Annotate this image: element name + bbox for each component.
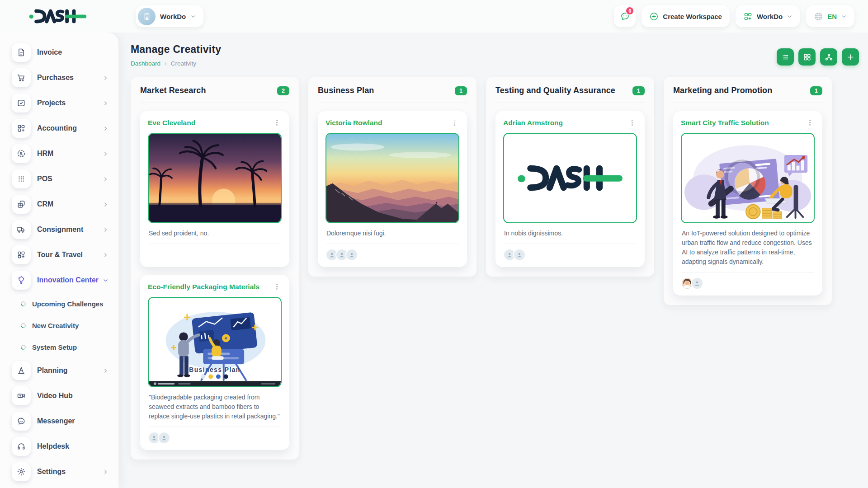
dots-vertical-icon	[628, 119, 636, 127]
view-toolbar	[777, 48, 859, 66]
card-assignees	[148, 248, 282, 261]
avatar-placeholder	[691, 277, 703, 290]
card-assignees	[503, 248, 637, 261]
dash-logo-icon	[29, 9, 87, 24]
main-content: Manage Creativity Dashboard › Creativity…	[118, 33, 868, 488]
column-marketing-and-promotion: Marketing and Promotion1Smart City Traff…	[664, 77, 832, 305]
sidebar-item-invoice[interactable]: Invoice	[0, 40, 118, 65]
column-title: Market Research	[140, 86, 206, 95]
user-icon	[151, 434, 158, 441]
card-menu-button[interactable]	[805, 118, 815, 127]
pos-icon	[12, 169, 31, 188]
dots-vertical-icon	[806, 119, 814, 127]
sidebar-item-projects[interactable]: Projects	[0, 90, 118, 116]
sidebar-item-messenger[interactable]: Messenger	[0, 408, 118, 434]
workflow-view-button[interactable]	[820, 48, 837, 66]
card-image-mountains-sunset	[326, 133, 459, 223]
card-image-dash-logo	[503, 133, 637, 223]
user-icon	[516, 251, 523, 258]
kanban-board: Market Research2Eve Cleveland Sed sed pr…	[131, 77, 859, 460]
sidebar-item-consignment[interactable]: Consignment	[0, 217, 118, 242]
sidebar-item-settings[interactable]: Settings	[0, 459, 118, 484]
column-testing-and-quality-assurance: Testing and Quality Assurance1Adrian Arm…	[486, 77, 654, 277]
hierarchy-icon	[825, 53, 833, 61]
sidebar-item-pos[interactable]: POS	[0, 166, 118, 192]
card-image-smart-city-illustration	[681, 133, 815, 223]
card-assignees	[148, 431, 282, 444]
settings-icon	[12, 462, 31, 481]
chevron-right-icon	[103, 100, 108, 106]
workspace-switcher-label: WorkDo	[160, 13, 186, 20]
breadcrumb-dashboard-link[interactable]: Dashboard	[131, 60, 160, 67]
column-business-plan: Business Plan1Victoria Rowland Doloremqu…	[308, 77, 476, 277]
language-selector[interactable]: EN	[806, 5, 854, 27]
grid-plus-icon	[743, 12, 753, 21]
consignment-icon	[12, 220, 31, 239]
card-menu-button[interactable]	[272, 118, 282, 127]
chevron-down-icon	[190, 14, 196, 19]
dots-vertical-icon	[451, 119, 458, 127]
topbar-actions: 0 Create Workspace WorkDo EN	[614, 5, 854, 27]
sidebar-item-innovation-center[interactable]: Innovation Center	[0, 267, 118, 293]
chevron-right-icon	[103, 469, 108, 475]
sidebar-item-helpdesk[interactable]: Helpdesk	[0, 434, 118, 459]
crm-icon	[12, 195, 31, 214]
card-adrian-armstrong[interactable]: Adrian ArmstrongIn nobis dignissimos.	[495, 111, 645, 267]
top-bar: WorkDo 0 Create Workspace WorkDo EN	[0, 0, 868, 33]
chevron-right-icon	[103, 202, 108, 207]
chevron-right-icon	[103, 368, 108, 374]
sidebar-item-hrm[interactable]: HRM	[0, 141, 118, 166]
avatar-placeholder	[513, 249, 526, 261]
card-menu-button[interactable]	[272, 282, 282, 291]
messages-button[interactable]: 0	[614, 5, 636, 27]
card-victoria-rowland[interactable]: Victoria Rowland Doloremque nisi fugi.	[318, 111, 467, 267]
breadcrumb: Dashboard › Creativity	[131, 60, 221, 67]
language-label: EN	[827, 13, 837, 20]
dots-vertical-icon	[273, 119, 281, 127]
video-hub-icon	[12, 386, 31, 405]
sidebar-item-tour-travel[interactable]: Tour & Travel	[0, 242, 118, 267]
user-icon	[348, 251, 355, 258]
column-title: Testing and Quality Assurance	[495, 86, 615, 95]
chevron-right-icon	[103, 126, 108, 131]
sidebar-item-planning[interactable]: Planning	[0, 358, 118, 383]
sidebar-subitem-system-setup[interactable]: System Setup	[0, 336, 118, 358]
plus-circle-icon	[649, 12, 659, 21]
card-assignees	[681, 277, 815, 290]
sidebar-subitem-upcoming-challenges[interactable]: Upcoming Challenges	[0, 293, 118, 314]
chevron-down-icon	[841, 14, 847, 19]
tour-travel-icon	[12, 245, 31, 264]
workspace-switcher[interactable]: WorkDo	[136, 5, 203, 27]
card-title: Eve Cleveland	[148, 119, 195, 127]
card-menu-button[interactable]	[627, 118, 637, 127]
messages-count-badge: 0	[625, 6, 634, 15]
workspace-menu-button[interactable]: WorkDo	[736, 5, 800, 27]
list-view-button[interactable]	[777, 48, 794, 66]
chevron-right-icon	[103, 252, 108, 258]
card-title: Adrian Armstrong	[503, 119, 563, 127]
sidebar-item-crm[interactable]: CRM	[0, 192, 118, 217]
business-plan-illustration: Business Plan	[149, 298, 281, 386]
card-eco-friendly-packaging-materials[interactable]: Eco-Friendly Packaging Materials Busines…	[140, 275, 289, 450]
column-market-research: Market Research2Eve Cleveland Sed sed pr…	[131, 77, 299, 460]
card-smart-city-traffic-solution[interactable]: Smart City Traffic Solution An IoT-power…	[673, 111, 822, 296]
add-stage-button[interactable]	[842, 48, 859, 66]
avatar-placeholder	[345, 249, 358, 261]
svg-text:Business Plan: Business Plan	[189, 366, 241, 373]
card-eve-cleveland[interactable]: Eve Cleveland Sed sed proident, no.	[140, 111, 289, 267]
list-icon	[781, 53, 790, 61]
dash-logo	[29, 9, 87, 24]
card-description: In nobis dignissimos.	[504, 229, 636, 244]
user-icon	[160, 434, 168, 441]
sidebar-subitem-new-creativity[interactable]: New Creativity	[0, 314, 118, 336]
dash-logo-image	[518, 164, 623, 192]
grid-view-button[interactable]	[798, 48, 816, 66]
sidebar-item-purchases[interactable]: Purchases	[0, 65, 118, 90]
sidebar-item-video-hub[interactable]: Video Hub	[0, 383, 118, 408]
sidebar-item-accounting[interactable]: Accounting	[0, 116, 118, 141]
innovation-icon	[12, 271, 31, 290]
card-menu-button[interactable]	[450, 118, 459, 127]
create-workspace-button[interactable]: Create Workspace	[642, 5, 730, 27]
user-icon	[506, 251, 513, 258]
bullet-icon	[20, 300, 27, 307]
